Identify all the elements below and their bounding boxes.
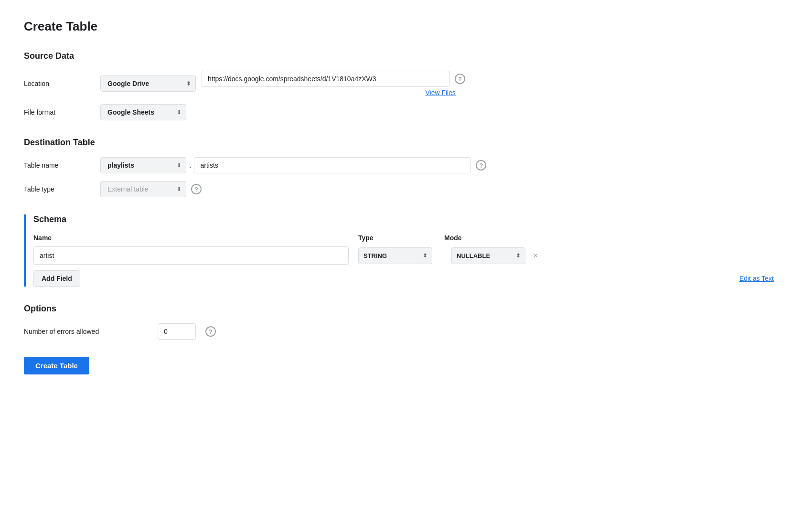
options-title: Options [24, 304, 788, 314]
table-type-label: Table type [24, 185, 100, 193]
schema-headers: Name Type Mode [26, 234, 788, 242]
schema-type-select-wrapper: STRING INTEGER FLOAT BOOLEAN RECORD TIME… [349, 247, 432, 264]
schema-type-select[interactable]: STRING INTEGER FLOAT BOOLEAN RECORD TIME… [358, 247, 432, 264]
col-mode-header: Mode [444, 234, 521, 242]
table-name-input[interactable] [194, 157, 471, 173]
table-type-row: Table type External table Native table V… [24, 181, 788, 197]
schema-name-input[interactable] [33, 246, 349, 265]
table-name-help-icon[interactable]: ? [476, 160, 486, 171]
schema-mode-select[interactable]: NULLABLE REQUIRED REPEATED [451, 247, 525, 264]
add-field-button[interactable]: Add Field [33, 270, 80, 287]
file-format-label: File format [24, 108, 100, 116]
schema-actions: Add Field Edit as Text [26, 270, 788, 287]
view-files-link[interactable]: View Files [425, 89, 456, 96]
schema-field-row: STRING INTEGER FLOAT BOOLEAN RECORD TIME… [26, 246, 788, 265]
errors-label: Number of errors allowed [24, 328, 158, 335]
col-name-header: Name [33, 234, 349, 242]
errors-input[interactable] [158, 323, 196, 340]
file-format-row: File format Google Sheets CSV JSON Avro … [24, 104, 788, 120]
page-title: Create Table [24, 19, 788, 34]
location-select-wrapper: Google Drive Google Cloud Storage BigQue… [100, 75, 196, 92]
col-type-header: Type [358, 234, 435, 242]
create-table-button[interactable]: Create Table [24, 357, 89, 374]
url-input[interactable] [202, 71, 450, 87]
dataset-select[interactable]: playlists [100, 157, 186, 173]
delete-field-icon[interactable]: × [533, 251, 538, 260]
errors-help-icon[interactable]: ? [205, 326, 216, 337]
destination-table-title: Destination Table [24, 138, 788, 148]
url-row: ? [196, 71, 465, 87]
source-data-title: Source Data [24, 51, 788, 61]
table-name-label: Table name [24, 161, 100, 169]
dot-separator: . [189, 161, 191, 170]
dataset-select-wrapper: playlists ⬍ [100, 157, 186, 173]
errors-input-group: ? [158, 323, 216, 340]
table-name-row: Table name playlists ⬍ . ? [24, 157, 788, 173]
url-area: ? View Files [196, 71, 465, 96]
table-type-help-icon[interactable]: ? [191, 184, 202, 194]
table-name-group: playlists ⬍ . ? [100, 157, 486, 173]
footer: Create Table [24, 357, 788, 374]
options-section: Options Number of errors allowed ? [24, 304, 788, 340]
location-row: Location Google Drive Google Cloud Stora… [24, 71, 788, 96]
schema-section: Schema Name Type Mode STRING INTEGER FLO… [24, 214, 788, 287]
edit-as-text-link[interactable]: Edit as Text [739, 275, 774, 282]
location-select[interactable]: Google Drive Google Cloud Storage BigQue… [100, 75, 196, 92]
table-type-select-wrapper: External table Native table View ⬍ [100, 181, 186, 197]
schema-mode-select-wrapper: NULLABLE REQUIRED REPEATED ⬍ [442, 247, 525, 264]
location-label: Location [24, 80, 100, 87]
file-format-select-wrapper: Google Sheets CSV JSON Avro Parquet ORC … [100, 104, 186, 120]
destination-table-section: Destination Table Table name playlists ⬍… [24, 138, 788, 197]
errors-row: Number of errors allowed ? [24, 323, 788, 340]
source-data-section: Source Data Location Google Drive Google… [24, 51, 788, 120]
file-format-select[interactable]: Google Sheets CSV JSON Avro Parquet ORC [100, 104, 186, 120]
schema-title: Schema [26, 214, 788, 224]
table-type-select[interactable]: External table Native table View [100, 181, 186, 197]
url-help-icon[interactable]: ? [455, 74, 465, 84]
view-files-row: View Files [202, 89, 456, 96]
